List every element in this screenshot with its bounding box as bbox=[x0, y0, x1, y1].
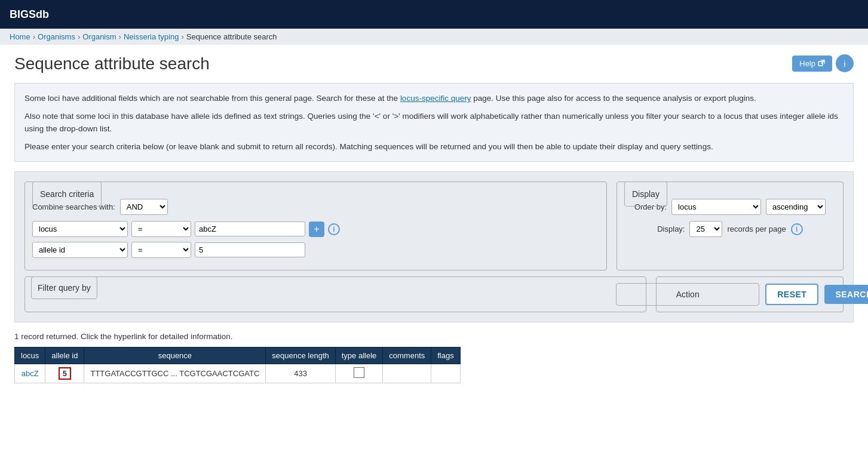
breadcrumb-neisseria[interactable]: Neisseria typing bbox=[124, 32, 179, 41]
operator-select-2[interactable]: = != contains starts with ends with < > bbox=[131, 242, 191, 258]
results-table: locus allele id sequence sequence length… bbox=[14, 347, 461, 383]
cell-locus: abcZ bbox=[15, 364, 45, 383]
app-title: BIGSdb bbox=[10, 8, 49, 21]
search-button[interactable]: SEARCH bbox=[824, 285, 868, 304]
col-allele-id: allele id bbox=[45, 347, 84, 364]
header-row-tr: locus allele id sequence sequence length… bbox=[15, 347, 461, 364]
order-by-select[interactable]: locus allele id sequence length type all… bbox=[671, 199, 761, 215]
info-p3: Please enter your search criteria below … bbox=[24, 140, 844, 153]
display-box: Display Order by: locus allele id sequen… bbox=[617, 182, 844, 270]
search-row-2: locus allele id sequence sequence length… bbox=[32, 242, 599, 258]
add-row-button[interactable]: + bbox=[309, 222, 324, 237]
breadcrumb: Home › Organisms › Organism › Neisseria … bbox=[0, 29, 868, 45]
results-area: 1 record returned. Click the hyperlink f… bbox=[14, 332, 854, 383]
breadcrumb-organism[interactable]: Organism bbox=[82, 32, 116, 41]
type-allele-checkbox bbox=[354, 367, 364, 378]
cell-allele-id: 5 bbox=[45, 364, 84, 383]
breadcrumb-current: Sequence attribute search bbox=[186, 32, 277, 41]
cell-sequence-length: 433 bbox=[266, 364, 335, 383]
filter-box: Filter query by bbox=[24, 276, 646, 312]
col-locus: locus bbox=[15, 347, 45, 364]
info-p2: Also note that some loci in this databas… bbox=[24, 110, 844, 136]
action-legend: Action bbox=[616, 283, 759, 306]
records-per-page-select[interactable]: 10 25 50 100 200 bbox=[689, 221, 722, 237]
breadcrumb-sep-2: › bbox=[78, 32, 80, 41]
reset-button[interactable]: RESET bbox=[765, 284, 818, 305]
field-select-2[interactable]: locus allele id sequence sequence length… bbox=[32, 242, 128, 258]
locus-specific-link[interactable]: locus-specific query bbox=[400, 94, 471, 103]
results-message: 1 record returned. Click the hyperlink f… bbox=[14, 332, 854, 341]
page-title: Sequence attribute search bbox=[14, 54, 210, 73]
locus-link[interactable]: abcZ bbox=[22, 369, 39, 378]
col-sequence-length: sequence length bbox=[266, 347, 335, 364]
display-info-icon[interactable]: i bbox=[791, 223, 803, 235]
results-table-body: abcZ 5 TTTGATACCGTTGCC ... TCGTCGAACTCGA… bbox=[15, 364, 461, 383]
combine-row: Combine searches with: AND OR bbox=[32, 199, 599, 215]
search-row-1: locus allele id sequence sequence length… bbox=[32, 221, 599, 237]
help-label: Help bbox=[799, 59, 815, 68]
allele-badge: 5 bbox=[59, 367, 71, 380]
table-row: abcZ 5 TTTGATACCGTTGCC ... TCGTCGAACTCGA… bbox=[15, 364, 461, 383]
cell-type-allele bbox=[335, 364, 383, 383]
row-info-icon[interactable]: i bbox=[328, 223, 340, 235]
filter-legend: Filter query by bbox=[31, 276, 97, 299]
info-box: Some loci have additional fields which a… bbox=[14, 83, 854, 162]
breadcrumb-organisms[interactable]: Organisms bbox=[38, 32, 75, 41]
field-select-1[interactable]: locus allele id sequence sequence length… bbox=[32, 221, 128, 237]
bottom-row: Filter query by Action RESET SEARCH bbox=[24, 276, 844, 312]
main-content: Some loci have additional fields which a… bbox=[0, 73, 868, 393]
header-row: Sequence attribute search Help i bbox=[0, 45, 868, 73]
breadcrumb-home[interactable]: Home bbox=[10, 32, 30, 41]
breadcrumb-sep-4: › bbox=[181, 32, 183, 41]
help-button[interactable]: Help bbox=[792, 56, 832, 72]
value-input-1[interactable] bbox=[195, 222, 305, 236]
value-input-2[interactable] bbox=[195, 242, 305, 257]
panel-top: Search criteria Combine searches with: A… bbox=[24, 182, 844, 270]
combine-select[interactable]: AND OR bbox=[120, 199, 168, 215]
criteria-legend: Search criteria bbox=[32, 182, 102, 207]
action-box: Action RESET SEARCH bbox=[656, 276, 844, 312]
cell-sequence: TTTGATACCGTTGCC ... TCGTCGAACTCGATC bbox=[84, 364, 266, 383]
topbar: BIGSdb bbox=[0, 0, 868, 29]
results-table-header: locus allele id sequence sequence length… bbox=[15, 347, 461, 364]
records-per-page-label: records per page bbox=[727, 224, 786, 233]
criteria-box: Search criteria Combine searches with: A… bbox=[24, 182, 607, 270]
search-panel: Search criteria Combine searches with: A… bbox=[14, 171, 854, 322]
info-button[interactable]: i bbox=[836, 54, 854, 72]
col-flags: flags bbox=[431, 347, 460, 364]
operator-select-1[interactable]: = != contains starts with ends with < > bbox=[131, 221, 191, 237]
info-icon: i bbox=[844, 59, 845, 69]
breadcrumb-sep-3: › bbox=[119, 32, 121, 41]
display-records-row: Display: 10 25 50 100 200 records per pa… bbox=[624, 221, 836, 237]
col-comments: comments bbox=[383, 347, 431, 364]
col-type-allele: type allele bbox=[335, 347, 383, 364]
cell-comments bbox=[383, 364, 431, 383]
help-buttons: Help i bbox=[792, 54, 854, 72]
info-p1: Some loci have additional fields which a… bbox=[24, 92, 844, 105]
display-label: Display: bbox=[657, 224, 685, 233]
order-direction-select[interactable]: ascending descending bbox=[766, 199, 826, 215]
display-legend: Display bbox=[624, 182, 667, 207]
external-link-icon bbox=[818, 60, 825, 67]
cell-flags bbox=[431, 364, 460, 383]
col-sequence: sequence bbox=[84, 347, 266, 364]
breadcrumb-sep-1: › bbox=[33, 32, 35, 41]
